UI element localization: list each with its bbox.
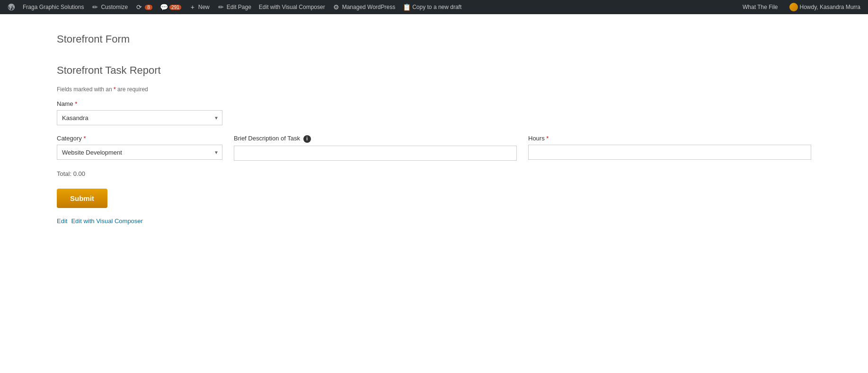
name-select-wrapper: Kasandra [57, 110, 222, 125]
site-name-label: Fraga Graphic Solutions [23, 4, 84, 10]
updates-icon: ⟳ [135, 3, 143, 11]
footer-edit-vc-link[interactable]: Edit with Visual Composer [71, 217, 143, 225]
customize-label: Customize [101, 4, 128, 10]
required-note: Fields marked with an * are required [57, 86, 811, 93]
hours-label: Hours * [528, 135, 811, 142]
site-name-button[interactable]: Fraga Graphic Solutions [19, 0, 88, 14]
required-note-suffix: are required [116, 86, 148, 93]
page-content: Storefront Form Storefront Task Report F… [0, 14, 868, 373]
description-info-icon: i [303, 135, 311, 143]
comments-button[interactable]: 💬 291 [156, 0, 185, 14]
submit-button[interactable]: Submit [57, 189, 107, 208]
adminbar-right: What The File Howdy, Kasandra Murra [739, 0, 864, 14]
name-select[interactable]: Kasandra [57, 110, 222, 125]
hours-input[interactable] [528, 145, 811, 160]
adminbar-left: Fraga Graphic Solutions ✏ Customize ⟳ 8 … [4, 0, 739, 14]
name-required: * [75, 100, 77, 107]
comments-icon: 💬 [160, 3, 168, 11]
name-label: Name * [57, 100, 811, 107]
avatar [789, 3, 798, 11]
category-label: Category * [57, 135, 222, 142]
required-note-prefix: Fields marked with an [57, 86, 114, 93]
copy-draft-button[interactable]: 📋 Copy to a new draft [399, 0, 465, 14]
customize-button[interactable]: ✏ Customize [88, 0, 132, 14]
admin-bar: Fraga Graphic Solutions ✏ Customize ⟳ 8 … [0, 0, 868, 14]
category-col: Category * Website Development Graphic D… [57, 135, 222, 160]
copy-draft-icon: 📋 [403, 3, 410, 11]
user-menu-button[interactable]: Howdy, Kasandra Murra [786, 0, 865, 14]
edit-page-button[interactable]: ✏ Edit Page [213, 0, 255, 14]
description-input[interactable] [234, 146, 517, 161]
visual-composer-label: Edit with Visual Composer [259, 4, 325, 10]
category-required: * [83, 135, 86, 142]
updates-button[interactable]: ⟳ 8 [132, 0, 156, 14]
description-col: Brief Description of Task i [234, 135, 517, 161]
form-title: Storefront Task Report [57, 64, 811, 77]
managed-wp-button[interactable]: ⚙ Managed WordPress [329, 0, 399, 14]
managed-wp-icon: ⚙ [333, 3, 340, 11]
total-text: Total: 0.00 [57, 170, 811, 177]
form-row-fields: Category * Website Development Graphic D… [57, 135, 811, 161]
category-select-wrapper: Website Development Graphic Design SEO C… [57, 145, 222, 160]
wp-logo-icon [8, 3, 15, 11]
wp-logo-button[interactable] [4, 0, 19, 14]
hours-col: Hours * [528, 135, 811, 160]
visual-composer-button[interactable]: Edit with Visual Composer [255, 0, 329, 14]
howdy-label: Howdy, Kasandra Murra [800, 4, 861, 10]
what-the-file-label: What The File [743, 4, 778, 10]
hours-required: * [546, 135, 549, 142]
customize-icon: ✏ [91, 3, 99, 11]
edit-page-icon: ✏ [217, 3, 225, 11]
copy-draft-label: Copy to a new draft [412, 4, 461, 10]
footer-links: Edit Edit with Visual Composer [57, 217, 811, 225]
what-the-file-button[interactable]: What The File [739, 0, 781, 14]
edit-page-label: Edit Page [227, 4, 251, 10]
new-label: New [198, 4, 210, 10]
comments-count: 291 [169, 5, 181, 10]
name-group: Name * Kasandra [57, 100, 811, 125]
footer-edit-link[interactable]: Edit [57, 217, 67, 225]
category-select[interactable]: Website Development Graphic Design SEO C… [57, 145, 222, 160]
new-button[interactable]: + New [185, 0, 213, 14]
description-label: Brief Description of Task i [234, 135, 517, 143]
new-icon: + [189, 3, 196, 11]
managed-wp-label: Managed WordPress [342, 4, 396, 10]
page-title: Storefront Form [57, 33, 811, 45]
updates-count: 8 [145, 5, 152, 10]
